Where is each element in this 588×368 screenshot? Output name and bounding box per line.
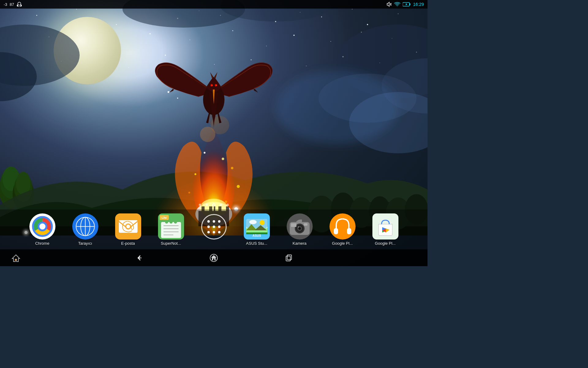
app-dock: Chrome Tarayıcı xyxy=(0,209,428,249)
app-launcher[interactable] xyxy=(194,214,234,245)
app-kamera[interactable]: Kamera xyxy=(280,213,319,246)
svg-point-109 xyxy=(165,220,168,224)
svg-point-136 xyxy=(298,226,299,228)
svg-point-110 xyxy=(169,220,172,224)
nav-home-button[interactable] xyxy=(207,251,221,265)
chrome-app-icon xyxy=(29,213,55,240)
wifi-icon xyxy=(394,2,400,7)
dragon xyxy=(149,43,278,141)
svg-text:ASUS: ASUS xyxy=(252,234,261,237)
app-google-play-store[interactable]: Google Pl... xyxy=(365,213,405,246)
app-chrome-label: Chrome xyxy=(35,241,49,246)
headset-icon xyxy=(17,2,22,7)
home-icon xyxy=(209,254,218,262)
app-supernote[interactable]: Lite SuperNot... xyxy=(151,213,191,246)
app-tarayici-label: Tarayıcı xyxy=(78,241,92,246)
svg-point-79 xyxy=(216,85,217,86)
svg-point-114 xyxy=(213,220,215,223)
signal-strength: -3 xyxy=(4,2,7,7)
status-bar: -3 87 16:29 xyxy=(0,0,428,9)
svg-point-67 xyxy=(194,173,196,175)
battery-icon xyxy=(403,2,411,6)
svg-point-74 xyxy=(225,201,227,203)
app-eposta[interactable]: E-posta xyxy=(108,213,148,246)
app-google-play-music[interactable]: Google Pl... xyxy=(322,213,362,246)
page-dot-3[interactable] xyxy=(212,203,215,206)
svg-point-118 xyxy=(218,225,221,228)
supernote-app-icon: Lite xyxy=(158,213,184,240)
status-right: 16:29 xyxy=(387,2,424,7)
app-asus-studio[interactable]: ASUS ASUS Stu... xyxy=(237,213,277,246)
svg-point-72 xyxy=(222,158,224,160)
page-dot-5[interactable] xyxy=(226,204,229,206)
svg-rect-141 xyxy=(347,228,351,234)
svg-point-80 xyxy=(18,2,21,5)
svg-point-111 xyxy=(174,220,177,224)
tarayici-app-icon xyxy=(72,213,98,240)
svg-point-120 xyxy=(213,231,215,233)
svg-point-139 xyxy=(330,213,356,240)
app-google-play-store-label: Google Pl... xyxy=(375,241,396,246)
app-kamera-label: Kamera xyxy=(292,241,307,246)
nav-recents-button[interactable] xyxy=(282,251,295,265)
svg-point-100 xyxy=(126,224,130,228)
svg-point-127 xyxy=(260,220,265,225)
svg-rect-138 xyxy=(291,223,296,227)
google-play-music-icon xyxy=(330,213,356,240)
google-play-store-icon xyxy=(372,213,398,240)
svg-point-119 xyxy=(207,231,210,233)
time-display: 16:29 xyxy=(413,2,424,7)
svg-point-69 xyxy=(188,192,190,194)
svg-point-128 xyxy=(249,220,257,224)
page-dot-2[interactable] xyxy=(205,204,208,206)
svg-point-70 xyxy=(237,185,240,188)
nav-back-button[interactable] xyxy=(132,251,146,265)
menu-icon xyxy=(11,254,21,262)
back-icon xyxy=(135,254,143,262)
asus-studio-app-icon: ASUS xyxy=(244,213,270,240)
svg-rect-149 xyxy=(287,255,292,260)
svg-point-78 xyxy=(211,85,213,86)
svg-rect-140 xyxy=(334,228,338,234)
svg-rect-148 xyxy=(286,256,290,261)
svg-rect-86 xyxy=(409,3,410,5)
page-indicators xyxy=(199,203,229,206)
svg-point-68 xyxy=(231,167,233,169)
nav-bar xyxy=(0,249,428,266)
page-dot-1[interactable] xyxy=(199,204,201,206)
svg-point-71 xyxy=(204,152,205,154)
svg-point-117 xyxy=(213,225,215,228)
svg-text:Lite: Lite xyxy=(161,216,166,219)
svg-point-113 xyxy=(207,220,210,223)
page-dot-4[interactable] xyxy=(220,204,222,206)
svg-point-115 xyxy=(218,220,221,223)
svg-rect-137 xyxy=(304,223,307,226)
eposta-app-icon xyxy=(115,213,141,240)
svg-point-121 xyxy=(218,231,221,233)
nav-menu-button[interactable] xyxy=(9,251,23,265)
svg-marker-87 xyxy=(405,3,407,6)
app-eposta-label: E-posta xyxy=(121,241,135,246)
svg-rect-104 xyxy=(161,222,181,238)
mute-icon xyxy=(387,2,392,7)
app-tarayici[interactable]: Tarayıcı xyxy=(65,213,105,246)
battery-level: 87 xyxy=(10,2,14,7)
recents-icon xyxy=(284,254,293,262)
svg-point-135 xyxy=(298,227,301,230)
app-supernote-label: SuperNot... xyxy=(161,241,181,246)
launcher-app-icon xyxy=(201,214,227,240)
svg-point-91 xyxy=(39,223,45,229)
app-asus-studio-label: ASUS Stu... xyxy=(246,241,267,246)
kamera-app-icon xyxy=(287,213,313,240)
app-chrome[interactable]: Chrome xyxy=(22,213,62,246)
app-google-play-music-label: Google Pl... xyxy=(332,241,353,246)
status-left: -3 87 xyxy=(4,2,22,7)
svg-point-116 xyxy=(207,225,210,228)
